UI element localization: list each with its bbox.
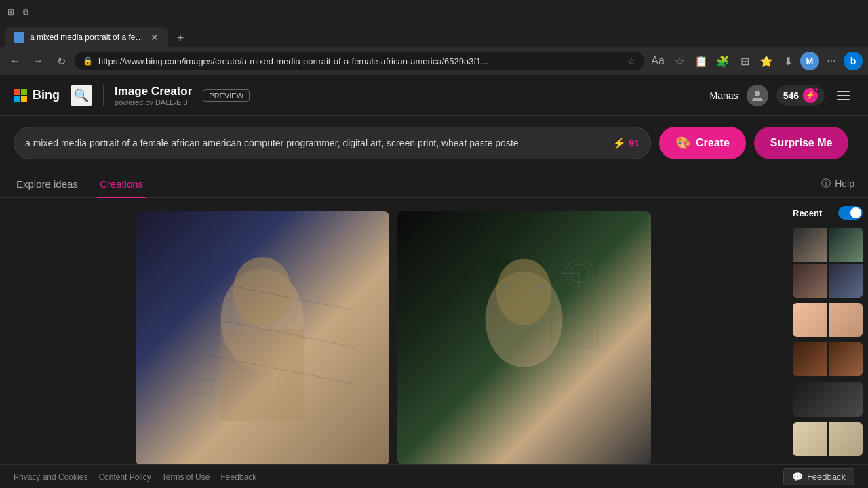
tab-title: a mixed media portrait of a fem... — [30, 33, 144, 42]
tab-navigation: Explore ideas Creations ⓘ Help — [0, 170, 868, 198]
browser-back-page[interactable]: ⊞ — [5, 7, 16, 18]
read-aloud-button[interactable]: Aa — [648, 52, 667, 70]
toggle-knob — [850, 207, 861, 218]
svg-rect-3 — [221, 329, 304, 421]
thumb-2a — [793, 303, 827, 337]
portrait-svg-2 — [422, 237, 625, 439]
create-button[interactable]: 🎨 Create — [659, 127, 746, 159]
privacy-link[interactable]: Privacy and Cookies — [14, 472, 87, 482]
tab-close-button[interactable]: ✕ — [149, 30, 160, 44]
preview-badge[interactable]: PREVIEW — [203, 89, 250, 102]
hamburger-line-2 — [837, 95, 850, 96]
help-label: Help — [835, 178, 854, 189]
ms-red — [14, 89, 20, 95]
thumb-5b — [829, 422, 863, 456]
back-button[interactable]: ← — [5, 52, 24, 70]
image-card-1[interactable]: DATA — [136, 211, 389, 464]
app-header: Bing 🔍 Image Creator powered by DALL-E 3… — [0, 75, 868, 116]
bing-copilot-button[interactable]: b — [844, 52, 863, 70]
image-creator-title: Image Creator — [115, 85, 192, 98]
toolbar-actions: Aa ☆ 📋 🧩 ⊞ ⭐ ⬇ M ··· b — [648, 52, 863, 70]
content-policy-link[interactable]: Content Policy — [98, 472, 151, 482]
settings-more-button[interactable]: ··· — [822, 52, 841, 70]
ms-blue — [14, 96, 20, 102]
hamburger-line-1 — [837, 91, 850, 92]
add-favorites-button[interactable]: ⭐ — [757, 52, 776, 70]
forward-button[interactable]: → — [28, 52, 47, 70]
thumbnail-group-4[interactable] — [793, 382, 863, 416]
surprise-me-button[interactable]: Surprise Me — [754, 127, 849, 159]
thumbnail-group-3[interactable] — [793, 342, 863, 376]
svg-point-12 — [503, 285, 509, 290]
thumbnail-group-5[interactable] — [793, 422, 863, 456]
boost-count-section: ⚡ 91 — [612, 137, 639, 150]
active-tab[interactable]: a mixed media portrait of a fem... ✕ — [5, 27, 168, 47]
thumb-1c — [793, 264, 827, 298]
downloads-button[interactable]: ⬇ — [778, 52, 797, 70]
coin-dot — [814, 87, 819, 92]
powered-by-text: powered by DALL-E 3 — [115, 98, 192, 106]
thumb-2b — [829, 303, 863, 337]
search-button[interactable]: 🔍 — [71, 85, 92, 106]
image-overlay-2 — [397, 211, 651, 464]
thumb-5a — [793, 422, 827, 456]
terms-link[interactable]: Terms of Use — [162, 472, 210, 482]
create-icon: 🎨 — [675, 136, 690, 150]
search-section: a mixed media portrait of a female afric… — [0, 116, 868, 170]
favorites-button[interactable]: ☆ — [670, 52, 689, 70]
thumb-1d — [829, 264, 863, 298]
coin-section[interactable]: 546 ⚡ — [776, 85, 825, 106]
header-divider — [103, 85, 104, 106]
url-text: https://www.bing.com/images/create/a-mix… — [98, 56, 622, 66]
main-content: DATA — [0, 198, 868, 464]
image-creator-section: Image Creator powered by DALL-E 3 — [115, 85, 192, 106]
recent-toggle[interactable] — [838, 206, 863, 220]
thumb-1b — [829, 228, 863, 262]
prompt-text: a mixed media portrait of a female afric… — [25, 138, 606, 148]
browser-controls: ⊞ ⧉ — [5, 7, 31, 18]
tab-favicon — [14, 32, 24, 43]
thumb-1a — [793, 228, 827, 262]
feedback-footer-button[interactable]: 💬 Feedback — [783, 468, 854, 485]
browser-tab-strip[interactable]: ⧉ — [20, 7, 31, 18]
feedback-link[interactable]: Feedback — [220, 472, 256, 482]
star-icon[interactable]: ☆ — [627, 56, 636, 66]
hamburger-line-3 — [837, 99, 850, 100]
thumb-4a — [793, 382, 863, 416]
boost-coin-icon: ⚡ — [803, 88, 818, 103]
thumb-3a — [793, 342, 827, 376]
extensions-button[interactable]: 🧩 — [713, 52, 732, 70]
sidebar-button[interactable]: ⊞ — [735, 52, 754, 70]
reload-button[interactable]: ↻ — [52, 52, 71, 70]
microsoft-logo — [14, 89, 27, 102]
thumbnail-group-1[interactable] — [793, 228, 863, 298]
tab-creations[interactable]: Creations — [97, 171, 146, 198]
browser-titlebar: ⊞ ⧉ — [0, 0, 868, 24]
boost-count: 91 — [629, 138, 639, 148]
collections-button[interactable]: 📋 — [692, 52, 711, 70]
create-label: Create — [696, 137, 730, 149]
app-content: Bing 🔍 Image Creator powered by DALL-E 3… — [0, 75, 868, 488]
help-button[interactable]: ⓘ Help — [821, 178, 854, 190]
ms-yellow — [21, 96, 27, 102]
thumb-3b — [829, 342, 863, 376]
thumbnail-group-2[interactable] — [793, 303, 863, 337]
profile-button[interactable]: M — [800, 52, 819, 70]
svg-point-0 — [755, 91, 760, 96]
user-section: Manas 546 ⚡ — [710, 85, 854, 106]
prompt-input-container[interactable]: a mixed media portrait of a female afric… — [14, 127, 651, 159]
hamburger-menu-button[interactable] — [833, 85, 854, 106]
feedback-footer-label: Feedback — [807, 472, 846, 482]
avatar-icon — [751, 89, 764, 102]
lock-icon: 🔒 — [83, 56, 93, 66]
tab-explore-ideas[interactable]: Explore ideas — [14, 171, 81, 198]
image-card-2[interactable] — [397, 211, 651, 464]
user-avatar[interactable] — [747, 85, 768, 106]
microsoft-bing-logo[interactable]: Bing — [14, 88, 60, 102]
svg-text:DATA: DATA — [189, 367, 198, 371]
address-bar[interactable]: 🔒 https://www.bing.com/images/create/a-m… — [75, 52, 644, 70]
browser-chrome: ⊞ ⧉ a mixed media portrait of a fem... ✕… — [0, 0, 868, 75]
coin-count: 546 — [783, 90, 799, 101]
boost-icon: ⚡ — [612, 137, 626, 150]
new-tab-button[interactable]: + — [171, 28, 190, 47]
